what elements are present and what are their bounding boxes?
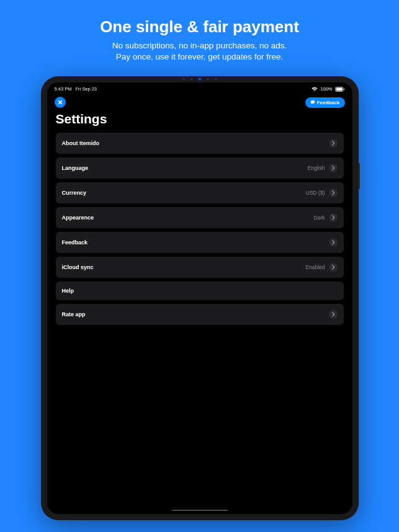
page-title: Settings (47, 110, 352, 133)
status-bar: 5:43 PM Fri Sep 23 100% (47, 82, 352, 93)
settings-row[interactable]: Help (56, 282, 344, 300)
settings-row[interactable]: About Itemido (56, 133, 344, 154)
promo-line2: Pay once, use it forever, get updates fo… (116, 52, 283, 61)
settings-row-label: Rate app (62, 311, 86, 317)
svg-rect-2 (343, 89, 344, 91)
home-indicator (172, 510, 228, 512)
close-button[interactable] (55, 97, 66, 108)
settings-list: About ItemidoLanguageEnglishCurrencyUSD … (47, 133, 352, 325)
promo-subtitle: No subscriptions, no in-app purchases, n… (12, 40, 387, 63)
settings-row-label: Currency (62, 190, 87, 196)
settings-row-value: Enabled (305, 264, 325, 270)
chevron-right-icon (329, 139, 338, 148)
settings-row-right: English (308, 164, 338, 172)
settings-row-label: Feedback (62, 239, 88, 246)
settings-row-right: USD ($) (306, 188, 338, 197)
settings-row[interactable]: Rate app (56, 304, 344, 325)
settings-row-label: About Itemido (62, 140, 100, 146)
settings-row[interactable]: LanguageEnglish (56, 157, 344, 179)
chevron-right-icon (329, 188, 338, 197)
settings-row-value: English (308, 165, 325, 171)
promo-title: One single & fair payment (12, 17, 387, 37)
wifi-icon (312, 87, 318, 92)
settings-row-right (329, 238, 338, 247)
settings-row-right: Enabled (305, 263, 337, 272)
settings-row-right: Dark (314, 213, 338, 222)
settings-row-right (329, 310, 338, 319)
settings-row[interactable]: Feedback (56, 232, 344, 253)
settings-row-right (329, 139, 338, 148)
settings-row-label: Appearence (62, 215, 94, 221)
status-battery-pct: 100% (320, 86, 332, 92)
chevron-right-icon (329, 213, 338, 222)
chat-icon (310, 100, 315, 105)
settings-row-label: iCloud sync (62, 264, 94, 270)
ipad-frame: 5:43 PM Fri Sep 23 100% Feedback (41, 76, 359, 520)
chevron-right-icon (329, 263, 338, 272)
svg-rect-1 (336, 88, 342, 91)
settings-row-label: Language (62, 165, 89, 171)
top-bar: Feedback (47, 93, 352, 110)
device-sensors (182, 78, 217, 80)
battery-icon (335, 87, 345, 92)
promo-header: One single & fair payment No subscriptio… (0, 0, 399, 74)
status-date: Fri Sep 23 (75, 86, 97, 92)
ipad-screen: 5:43 PM Fri Sep 23 100% Feedback (47, 82, 352, 514)
settings-row[interactable]: AppearenceDark (56, 207, 344, 228)
chevron-right-icon (329, 310, 338, 319)
settings-row[interactable]: CurrencyUSD ($) (56, 182, 344, 203)
device-side-button (359, 163, 360, 189)
settings-row-value: Dark (314, 215, 325, 221)
close-icon (58, 100, 63, 105)
chevron-right-icon (329, 164, 338, 172)
settings-row-value: USD ($) (306, 190, 325, 196)
feedback-button[interactable]: Feedback (305, 97, 345, 108)
settings-row-label: Help (62, 288, 74, 294)
feedback-button-label: Feedback (317, 100, 340, 105)
status-time: 5:43 PM (55, 86, 72, 92)
promo-line1: No subscriptions, no in-app purchases, n… (112, 41, 287, 50)
settings-row[interactable]: iCloud syncEnabled (56, 257, 344, 278)
chevron-right-icon (329, 238, 338, 247)
